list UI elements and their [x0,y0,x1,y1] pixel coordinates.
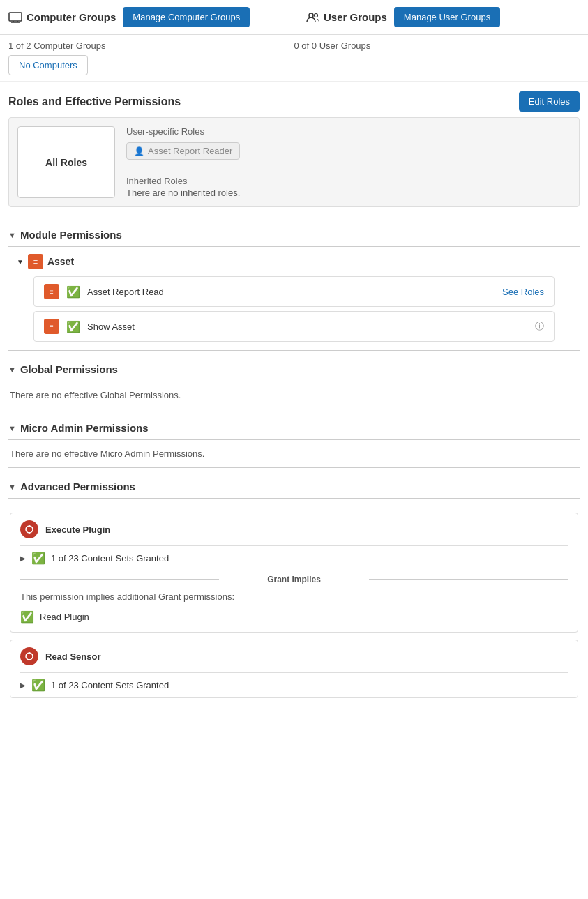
show-asset-check: ✅ [66,320,80,333]
asset-report-read-check: ✅ [66,285,80,299]
read-sensor-item: Read Sensor ▶ ✅ 1 of 23 Content Sets Gra… [10,640,578,698]
micro-admin-section: ▼ Micro Admin Permissions [0,409,588,439]
asset-report-read-icon: ≡ [44,284,59,299]
module-permissions-title: Module Permissions [20,229,122,241]
read-sensor-expand-arrow: ▶ [20,681,26,689]
user-groups-label: User Groups [324,11,387,23]
global-no-permissions: There are no effective Global Permission… [0,381,588,409]
global-collapse-arrow: ▼ [8,365,16,374]
advanced-permissions-section: ▼ Advanced Permissions [0,468,588,498]
global-permissions-header[interactable]: ▼ Global Permissions [8,358,580,381]
asset-header[interactable]: ▼ ≡ Asset [17,254,571,269]
user-groups-title: User Groups [306,11,387,23]
asset-label: Asset [47,256,74,267]
advanced-collapse-arrow: ▼ [8,483,16,491]
roles-details: User-specific Roles 👤 Asset Report Reade… [126,126,571,198]
see-roles-link[interactable]: See Roles [502,287,544,297]
top-section: Computer Groups Manage Computer Groups U… [0,0,588,35]
global-permissions-section: ▼ Global Permissions [0,351,588,381]
computer-count-label: 1 of 2 Computer Groups [8,40,294,51]
all-roles-box: All Roles [17,126,115,198]
implies-text: This permission implies additional Grant… [10,587,578,606]
roles-box: All Roles User-specific Roles 👤 Asset Re… [8,117,580,207]
computer-groups-title: Computer Groups [8,11,116,23]
micro-admin-header[interactable]: ▼ Micro Admin Permissions [8,416,580,439]
bottom-spacer [0,709,588,730]
monitor-icon [8,12,22,23]
asset-collapse-arrow: ▼ [17,258,24,266]
show-asset-icon: ≡ [44,319,59,334]
read-plugin-label: Read Plugin [40,612,89,622]
users-icon [306,12,319,23]
module-permissions-header[interactable]: ▼ Module Permissions [8,223,580,246]
grant-implies-label: Grant Implies [10,571,578,587]
no-computers-link[interactable]: No Computers [8,55,88,75]
read-sensor-check: ✅ [31,679,45,692]
asset-report-reader-badge: 👤 Asset Report Reader [126,142,240,160]
micro-admin-title: Micro Admin Permissions [20,422,149,434]
svg-point-6 [26,526,33,533]
read-plugin-row: ✅ Read Plugin [10,606,578,632]
asset-report-read-item: ≡ ✅ Asset Report Read See Roles [33,276,555,307]
read-plugin-grant-icon: ✅ [20,610,34,624]
content-sets-check: ✅ [31,552,45,565]
execute-plugin-content-sets-row[interactable]: ▶ ✅ 1 of 23 Content Sets Granted [10,546,578,571]
asset-permissions-list: ≡ ✅ Asset Report Read See Roles ≡ ✅ Show… [17,276,571,342]
execute-plugin-item: Execute Plugin ▶ ✅ 1 of 23 Content Sets … [10,513,578,633]
asset-icon: ≡ [28,254,43,269]
asset-module: ▼ ≡ Asset ≡ ✅ Asset Report Read See Role… [0,247,588,350]
computer-groups-label: Computer Groups [27,11,116,23]
execute-plugin-icon [20,520,38,538]
execute-plugin-title: Execute Plugin [45,524,110,535]
user-groups-panel: User Groups Manage User Groups [306,7,580,27]
manage-computer-groups-button[interactable]: Manage Computer Groups [123,7,250,27]
advanced-permissions-title: Advanced Permissions [20,481,135,492]
execute-plugin-content-sets-label: 1 of 23 Content Sets Granted [51,553,169,564]
read-sensor-icon [20,647,38,665]
computer-count-section: 1 of 2 Computer Groups No Computers [8,40,294,75]
micro-admin-no-permissions: There are no effective Micro Admin Permi… [0,440,588,467]
content-sets-expand-arrow: ▶ [20,554,26,562]
user-count-section: 0 of 0 User Groups [294,40,580,75]
user-specific-label: User-specific Roles [126,126,571,137]
advanced-items-container: Execute Plugin ▶ ✅ 1 of 23 Content Sets … [0,499,588,709]
show-asset-label: Show Asset [87,322,528,332]
user-role-icon: 👤 [134,146,144,156]
micro-admin-collapse-arrow: ▼ [8,424,16,432]
read-sensor-content-sets-row[interactable]: ▶ ✅ 1 of 23 Content Sets Granted [10,673,578,697]
svg-point-5 [315,13,318,17]
read-sensor-content-sets-label: 1 of 23 Content Sets Granted [51,680,169,690]
asset-report-reader-label: Asset Report Reader [148,146,232,156]
all-roles-label: All Roles [45,157,87,168]
inherited-text: There are no inherited roles. [126,188,571,198]
svg-point-4 [309,13,313,17]
edit-roles-button[interactable]: Edit Roles [519,91,580,112]
module-collapse-arrow: ▼ [8,231,16,239]
svg-point-9 [26,653,33,660]
manage-user-groups-button[interactable]: Manage User Groups [394,7,500,27]
roles-title: Roles and Effective Permissions [8,96,181,108]
advanced-permissions-header[interactable]: ▼ Advanced Permissions [8,475,580,498]
show-asset-item: ≡ ✅ Show Asset ⓘ [33,311,555,342]
module-permissions-section: ▼ Module Permissions [0,216,588,246]
svg-rect-0 [9,13,22,21]
vertical-divider [294,7,294,27]
read-sensor-header: Read Sensor [10,640,578,672]
global-permissions-title: Global Permissions [20,363,118,375]
roles-section-header: Roles and Effective Permissions Edit Rol… [0,82,588,117]
execute-plugin-header: Execute Plugin [10,513,578,545]
group-counts-row: 1 of 2 Computer Groups No Computers 0 of… [0,35,588,82]
asset-report-read-label: Asset Report Read [87,287,495,297]
inherited-label: Inherited Roles [126,176,571,186]
show-asset-info-icon[interactable]: ⓘ [535,320,544,333]
computer-groups-panel: Computer Groups Manage Computer Groups [8,7,282,27]
read-sensor-title: Read Sensor [45,651,100,662]
user-groups-count: 0 of 0 User Groups [294,40,580,51]
